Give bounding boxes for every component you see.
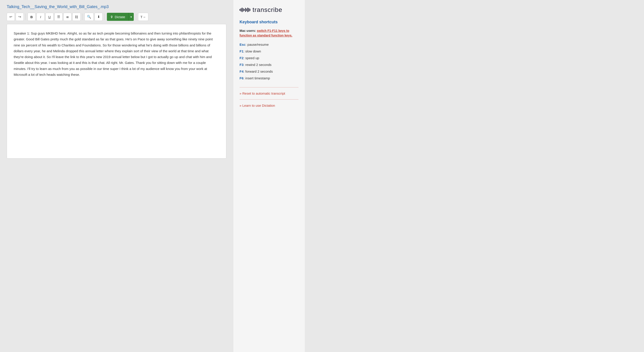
link-button[interactable]: ⛓ (72, 13, 81, 21)
bold-icon: B (30, 15, 33, 19)
key-f1: F1 (240, 49, 244, 53)
shortcuts-title: Keyboard shortcuts (240, 20, 298, 25)
desc-f4: : forward 2 seconds (244, 70, 273, 73)
separator-1 (26, 14, 26, 20)
numbered-list-icon: ≣ (66, 15, 69, 19)
waveform-logo-icon (240, 8, 250, 12)
microphone-icon: 🎙 (110, 15, 114, 19)
desc-f2: : speed up (244, 56, 259, 60)
learn-dictation-link[interactable]: » Learn to use Dictation (240, 104, 298, 107)
search-icon: 🔍 (87, 15, 91, 19)
undo-icon: ↩ (10, 15, 12, 19)
shortcut-f2: F2: speed up (240, 55, 298, 61)
download-button[interactable]: ⬇ (94, 13, 103, 21)
shortcut-list: Esc: pause/resume F1: slow down F2: spee… (240, 42, 298, 81)
shortcut-f4: F4: forward 2 seconds (240, 69, 298, 74)
key-f2: F2 (240, 56, 244, 60)
bullet-list-icon: ☰ (57, 15, 60, 19)
file-title: Talking_Tech__Saving_the_World_with_Bill… (7, 5, 226, 9)
shortcut-f1: F1: slow down (240, 49, 298, 54)
download-icon: ⬇ (97, 15, 100, 19)
dictate-dropdown-button[interactable]: ▾ (128, 13, 134, 21)
separator-2 (82, 14, 83, 20)
divider-1 (240, 87, 298, 88)
key-f6: F6 (240, 76, 244, 80)
link-icon: ⛓ (75, 15, 78, 19)
key-esc: Esc (240, 43, 246, 47)
desc-f1: : slow down (244, 49, 261, 53)
chevron-down-icon: ▾ (130, 15, 132, 19)
dictate-group: 🎙 Dictate ▾ (107, 13, 134, 21)
sidebar: transcribe Keyboard shortcuts Mac users:… (233, 0, 305, 352)
desc-f3: : rewind 2 seconds (244, 63, 272, 67)
mac-notice: Mac users: switch F1-F11 keys to functio… (240, 29, 298, 38)
bullet-list-button[interactable]: ☰ (54, 13, 62, 21)
separator-3 (104, 14, 105, 20)
search-button[interactable]: 🔍 (84, 13, 94, 21)
numbered-list-button[interactable]: ≣ (64, 13, 72, 21)
main-area: Talking_Tech__Saving_the_World_with_Bill… (0, 0, 233, 352)
text-format-button[interactable]: T→ (138, 13, 148, 21)
underline-icon: U (48, 15, 51, 19)
editor-text[interactable]: Speaker 1: Sup guys MKBHD here. Alright,… (14, 31, 219, 78)
key-f4: F4 (240, 70, 244, 73)
mac-notice-prefix: Mac users: (240, 29, 257, 33)
dictate-button[interactable]: 🎙 Dictate (107, 13, 128, 21)
desc-esc: : pause/resume (246, 43, 269, 47)
dictate-label: Dictate (115, 15, 125, 19)
reset-transcript-link[interactable]: » Reset to automatic transcript (240, 92, 298, 95)
editor-container[interactable]: Speaker 1: Sup guys MKBHD here. Alright,… (7, 24, 226, 159)
key-f3: F3 (240, 63, 244, 67)
redo-button[interactable]: ↪ (16, 13, 24, 21)
logo-text: transcribe (252, 6, 282, 14)
bold-button[interactable]: B (28, 13, 36, 21)
shortcut-f6: F6: insert timestamp (240, 76, 298, 81)
undo-button[interactable]: ↩ (7, 13, 15, 21)
underline-button[interactable]: U (46, 13, 54, 21)
text-format-icon: T→ (140, 15, 146, 19)
shortcut-esc: Esc: pause/resume (240, 42, 298, 47)
logo-area: transcribe (240, 6, 298, 14)
separator-4 (136, 14, 136, 20)
italic-icon: I (40, 15, 41, 19)
toolbar: ↩ ↪ B I U ☰ ≣ ⛓ 🔍 ⬇ (7, 13, 226, 21)
italic-button[interactable]: I (36, 13, 44, 21)
desc-f6: : insert timestamp (244, 76, 270, 80)
redo-icon: ↪ (18, 15, 21, 19)
shortcut-f3: F3: rewind 2 seconds (240, 62, 298, 68)
divider-2 (240, 99, 298, 100)
